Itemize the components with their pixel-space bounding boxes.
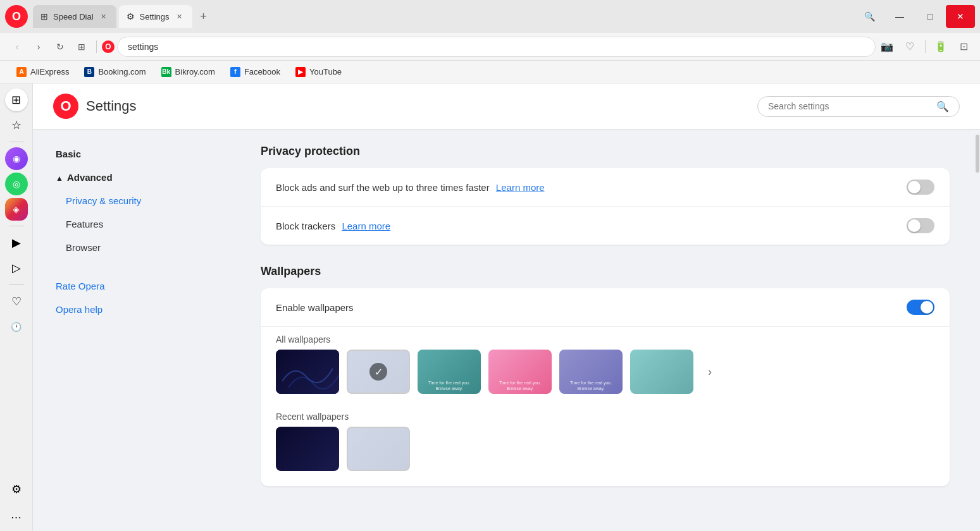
address-bar[interactable]: settings xyxy=(117,37,876,57)
nav-privacy[interactable]: Privacy & security xyxy=(43,189,225,212)
youtube-label: YouTube xyxy=(309,67,342,76)
enable-wallpapers-text: Enable wallpapers xyxy=(276,302,907,313)
tab-settings-close[interactable]: ✕ xyxy=(175,11,185,21)
facebook-favicon: f xyxy=(230,67,240,77)
settings-title-area: O Settings xyxy=(53,94,137,119)
camera-icon[interactable]: 📷 xyxy=(878,38,896,56)
sidebar-icon-heart[interactable]: ♡ xyxy=(5,290,28,313)
block-trackers-text: Block trackers Learn more xyxy=(276,221,907,231)
forward-button[interactable]: › xyxy=(29,37,48,56)
opera-logo-settings: O xyxy=(53,94,78,119)
search-settings-bar[interactable]: 🔍 xyxy=(757,96,960,117)
sidebar-icon-home[interactable]: ⊞ xyxy=(5,88,28,111)
nav-rate-opera[interactable]: Rate Opera xyxy=(43,274,225,298)
bikroy-label: Bikroy.com xyxy=(175,67,215,76)
reload-button[interactable]: ↻ xyxy=(51,37,70,56)
block-ads-learn-more[interactable]: Learn more xyxy=(496,182,545,193)
favorites-icon[interactable]: ♡ xyxy=(901,38,919,56)
nav-basic[interactable]: Basic xyxy=(43,142,225,166)
sidebar-icon-instagram[interactable]: ◈ xyxy=(5,198,28,221)
settings-body: Basic ▲Advanced Privacy & security Featu… xyxy=(33,130,980,531)
settings-page-title: Settings xyxy=(86,98,137,114)
settings-nav-icon[interactable]: ⊡ xyxy=(955,38,972,56)
bikroy-favicon: Bk xyxy=(161,67,171,77)
nav-bar: ‹ › ↻ ⊞ O settings 📷 ♡ 🔋 ⊡ xyxy=(0,33,980,61)
bookmark-facebook[interactable]: f Facebook xyxy=(224,64,287,80)
youtube-favicon: ▶ xyxy=(295,67,306,77)
wallpaper-2-check: ✓ xyxy=(369,363,387,381)
privacy-card: Block ads and surf the web up to three t… xyxy=(261,168,950,245)
back-button[interactable]: ‹ xyxy=(8,37,27,56)
opera-sidebar: ⊞ ☆ ◉ ◎ ◈ ▶ ▷ ♡ 🕐 ⚙ … xyxy=(0,83,33,531)
wallpaper-1[interactable] xyxy=(276,350,339,394)
wallpaper-2[interactable]: ✓ xyxy=(347,350,410,394)
bookmark-aliexpress[interactable]: A AliExpress xyxy=(10,64,75,80)
recent-wallpapers-grid xyxy=(261,427,950,486)
nav-right-icons: 📷 ♡ 🔋 ⊡ xyxy=(878,38,972,56)
grid-view-button[interactable]: ⊞ xyxy=(72,37,91,56)
wallpapers-card: Enable wallpapers All wallpapers xyxy=(261,288,950,486)
sidebar-icon-more[interactable]: … xyxy=(5,503,28,526)
sidebar-icon-whatsapp[interactable]: ◎ xyxy=(5,173,28,195)
booking-label: Booking.com xyxy=(98,67,146,76)
battery-icon[interactable]: 🔋 xyxy=(932,38,950,56)
tab-speed-dial[interactable]: ⊞ Speed Dial ✕ xyxy=(33,5,116,28)
wallpaper-3[interactable]: Time for the real you.Browse away. xyxy=(418,350,481,394)
sidebar-divider-3 xyxy=(9,284,24,285)
wallpapers-next-button[interactable]: › xyxy=(701,363,719,381)
opera-logo-address: O xyxy=(102,40,115,53)
block-ads-toggle[interactable] xyxy=(907,180,934,195)
wallpaper-4[interactable]: Time for the real you.Browse away. xyxy=(488,350,552,394)
bookmark-youtube[interactable]: ▶ YouTube xyxy=(289,64,348,80)
sidebar-icon-messenger[interactable]: ◉ xyxy=(5,147,28,170)
sidebar-icon-forward2[interactable]: ▷ xyxy=(5,257,28,279)
privacy-section-title: Privacy protection xyxy=(261,145,950,158)
minimize-button[interactable]: — xyxy=(885,5,914,28)
bookmark-bikroy[interactable]: Bk Bikroy.com xyxy=(155,64,221,80)
recent-wallpaper-2[interactable] xyxy=(347,427,410,471)
settings-header: O Settings 🔍 xyxy=(33,83,980,130)
recent-wallpapers-label: Recent wallpapers xyxy=(261,404,950,427)
all-wallpapers-label: All wallpapers xyxy=(261,327,950,350)
booking-favicon: B xyxy=(84,67,94,77)
window-controls: 🔍 — □ ✕ xyxy=(855,5,975,28)
sidebar-icon-history[interactable]: 🕐 xyxy=(5,315,28,338)
scrollbar-track xyxy=(975,130,980,531)
tab-settings[interactable]: ⚙ Settings ✕ xyxy=(119,5,192,28)
title-bar: O ⊞ Speed Dial ✕ ⚙ Settings ✕ + 🔍 — □ ✕ xyxy=(0,0,980,33)
facebook-label: Facebook xyxy=(244,67,280,76)
block-trackers-toggle[interactable] xyxy=(907,218,934,233)
bookmark-booking[interactable]: B Booking.com xyxy=(78,64,152,80)
wallpapers-section-title: Wallpapers xyxy=(261,265,950,278)
scrollbar-thumb[interactable] xyxy=(976,135,979,173)
sidebar-icon-settings[interactable]: ⚙ xyxy=(5,478,28,501)
block-trackers-learn-more[interactable]: Learn more xyxy=(342,221,390,231)
close-button[interactable]: ✕ xyxy=(946,5,975,28)
wallpaper-6[interactable] xyxy=(630,350,693,394)
nav-opera-help[interactable]: Opera help xyxy=(43,298,225,321)
sidebar-icon-star[interactable]: ☆ xyxy=(5,114,28,137)
nav-features[interactable]: Features xyxy=(43,212,225,236)
wallpapers-section: Wallpapers Enable wallpapers All wallpap… xyxy=(261,265,950,486)
settings-container: O Settings 🔍 Basic ▲Advanced Privacy & s… xyxy=(33,83,980,531)
search-settings-input[interactable] xyxy=(768,101,931,111)
tab-settings-label: Settings xyxy=(140,12,170,21)
nav-advanced[interactable]: ▲Advanced xyxy=(43,166,225,189)
sidebar-icon-player[interactable]: ▶ xyxy=(5,231,28,254)
address-text: settings xyxy=(128,42,158,52)
nav-browser[interactable]: Browser xyxy=(43,236,225,259)
settings-content: Privacy protection Block ads and surf th… xyxy=(235,130,975,531)
enable-wallpapers-toggle[interactable] xyxy=(907,300,934,315)
search-settings-icon: 🔍 xyxy=(936,101,949,113)
enable-wallpapers-row: Enable wallpapers xyxy=(261,288,950,327)
maximize-button[interactable]: □ xyxy=(915,5,945,28)
block-ads-text: Block ads and surf the web up to three t… xyxy=(276,182,907,193)
wallpaper-5[interactable]: Time for the real you.Browse away. xyxy=(559,350,623,394)
tab-speed-dial-close[interactable]: ✕ xyxy=(99,11,109,21)
titlebar-search-button[interactable]: 🔍 xyxy=(855,5,884,28)
wallpapers-grid: ✓ Time for the real you.Browse away. xyxy=(261,350,950,404)
add-tab-button[interactable]: + xyxy=(195,8,213,25)
main-layout: ⊞ ☆ ◉ ◎ ◈ ▶ ▷ ♡ 🕐 ⚙ … O Settings xyxy=(0,83,980,531)
aliexpress-favicon: A xyxy=(16,67,27,77)
recent-wallpaper-1[interactable] xyxy=(276,427,339,471)
